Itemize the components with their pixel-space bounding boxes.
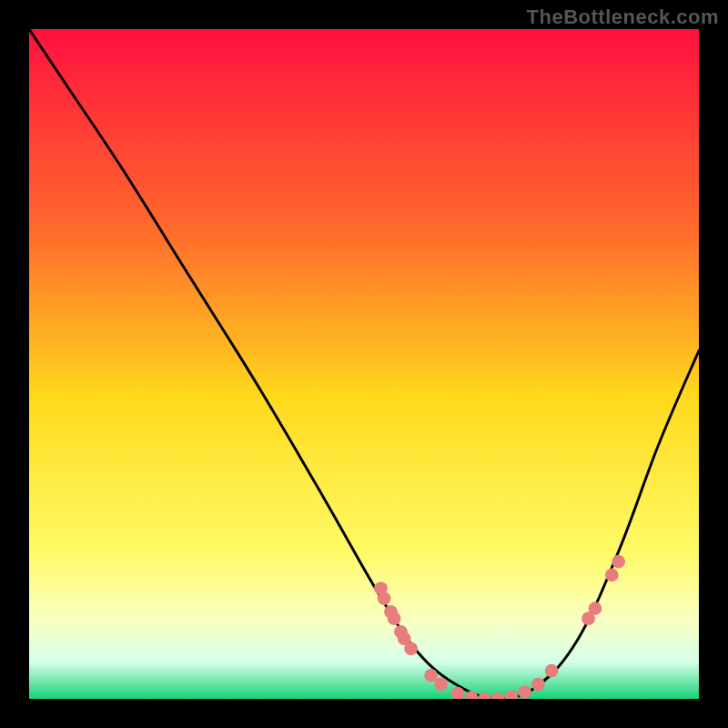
chart-frame: TheBottleneck.com: [0, 0, 728, 728]
scatter-point: [388, 612, 401, 625]
scatter-point: [404, 642, 418, 655]
scatter-point: [424, 669, 438, 682]
scatter-point: [434, 677, 448, 691]
watermark-text: TheBottleneck.com: [527, 5, 719, 29]
chart-svg: [29, 29, 699, 699]
scatter-point: [589, 602, 602, 615]
scatter-point: [518, 685, 531, 699]
scatter-point: [531, 677, 545, 691]
scatter-point: [545, 664, 559, 678]
scatter-point: [378, 592, 391, 605]
plot-area: [29, 29, 699, 699]
scatter-point: [605, 568, 619, 581]
scatter-point: [612, 555, 625, 569]
